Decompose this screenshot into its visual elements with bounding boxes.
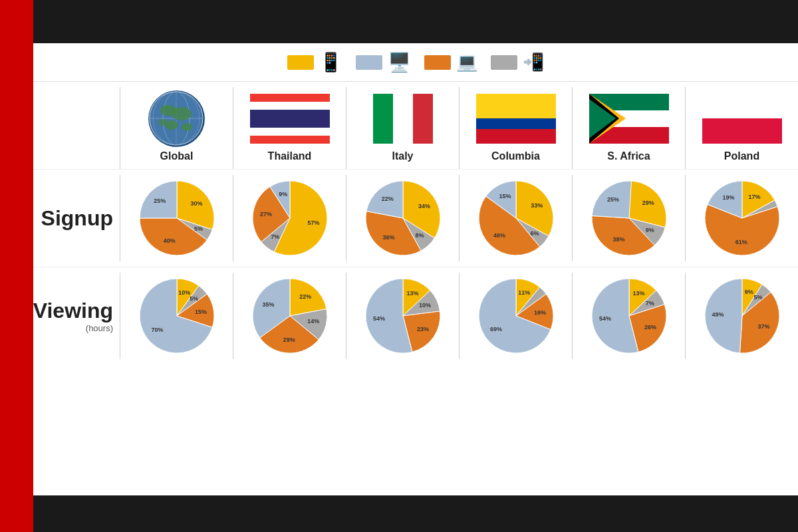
svg-text:15%: 15% — [194, 309, 206, 315]
svg-text:40%: 40% — [163, 237, 175, 244]
svg-rect-15 — [413, 94, 433, 144]
svg-text:9%: 9% — [279, 191, 287, 198]
svg-text:34%: 34% — [418, 203, 430, 209]
svg-rect-27 — [702, 118, 782, 144]
svg-text:13%: 13% — [406, 290, 418, 297]
svg-text:37%: 37% — [757, 323, 769, 330]
svg-text:38%: 38% — [612, 236, 624, 243]
flag-columbia — [473, 90, 559, 147]
svg-rect-14 — [393, 94, 413, 144]
country-name-thailand: Thailand — [268, 150, 312, 162]
country-name-global: Global — [160, 150, 194, 162]
top-bar — [0, 0, 798, 43]
row-label-viewing: Viewing (hours) — [33, 299, 120, 333]
country-name-italy: Italy — [392, 150, 413, 162]
tv-icon: 🖥️ — [388, 51, 411, 73]
flag-poland — [699, 90, 785, 147]
svg-text:19%: 19% — [722, 194, 734, 201]
svg-text:49%: 49% — [712, 311, 724, 318]
legend-laptop: 💻 — [424, 52, 477, 72]
legend-mobile: 📱 — [287, 51, 342, 73]
row-label-signup: Signup — [33, 206, 120, 231]
laptop-icon: 💻 — [456, 52, 477, 72]
svg-text:7%: 7% — [271, 233, 279, 240]
svg-text:10%: 10% — [418, 302, 430, 309]
svg-text:25%: 25% — [606, 196, 618, 203]
chart-col-3: 33%6%46%15% — [459, 175, 572, 261]
svg-text:10%: 10% — [178, 289, 190, 296]
chart-col-4: 13%7%26%54% — [572, 273, 685, 359]
flag-thailand — [247, 90, 333, 147]
svg-text:35%: 35% — [262, 301, 274, 308]
svg-point-9 — [158, 119, 168, 126]
chart-col-4: 29%9%38%25% — [572, 175, 685, 261]
svg-text:26%: 26% — [644, 324, 656, 331]
chart-col-0: 10%5%15%70% — [120, 273, 233, 359]
legend-tablet: 📲 — [491, 52, 544, 72]
slide: 📱 🖥️ 💻 📲 — [0, 0, 798, 532]
country-poland: Poland — [685, 87, 798, 169]
svg-text:17%: 17% — [748, 194, 760, 200]
content-area: 📱 🖥️ 💻 📲 — [33, 43, 798, 495]
svg-text:13%: 13% — [632, 290, 644, 297]
flag-global — [134, 90, 220, 147]
svg-text:61%: 61% — [735, 239, 747, 245]
svg-text:29%: 29% — [642, 200, 654, 206]
row-sub-label: (hours) — [86, 323, 113, 333]
chart-col-3: 11%16%69% — [459, 273, 572, 359]
svg-text:9%: 9% — [744, 289, 753, 295]
italy-flag-svg — [373, 94, 433, 144]
country-safrica: S. Africa — [572, 87, 685, 169]
svg-text:5%: 5% — [194, 225, 202, 232]
chart-col-5: 9%5%37%49% — [685, 273, 798, 359]
svg-text:33%: 33% — [531, 202, 543, 209]
legend: 📱 🖥️ 💻 📲 — [33, 43, 798, 82]
chart-col-1: 57%7%27%9% — [233, 175, 346, 261]
svg-text:29%: 29% — [283, 336, 295, 343]
poland-flag-svg — [702, 94, 782, 144]
chart-col-1: 22%14%29%35% — [233, 273, 346, 359]
chart-col-5: 17%61%19% — [685, 175, 798, 261]
country-italy: Italy — [346, 87, 459, 169]
country-name-columbia: Columbia — [491, 150, 540, 162]
tv-color — [356, 55, 382, 70]
data-rows: Signup 30%5%40%25%57%7%27%9%34%8%36%22%3… — [33, 169, 798, 364]
svg-text:25%: 25% — [154, 198, 166, 204]
svg-text:22%: 22% — [381, 196, 393, 202]
row-viewing: Viewing (hours)10%5%15%70%22%14%29%35%13… — [33, 267, 798, 364]
legend-tv: 🖥️ — [356, 51, 411, 73]
laptop-color — [424, 55, 451, 70]
columbia-flag-svg — [476, 94, 556, 144]
svg-text:5%: 5% — [190, 295, 198, 302]
row-main-label: Viewing — [33, 299, 113, 323]
chart-col-2: 13%10%23%54% — [346, 273, 459, 359]
flag-safrica — [586, 90, 672, 147]
tablet-color — [491, 55, 517, 70]
svg-rect-13 — [373, 94, 393, 144]
country-name-poland: Poland — [724, 150, 759, 162]
svg-text:16%: 16% — [534, 309, 546, 316]
safrica-flag-svg — [589, 94, 669, 144]
svg-text:14%: 14% — [307, 318, 319, 325]
country-columbia: Columbia — [459, 87, 572, 169]
svg-text:7%: 7% — [645, 300, 654, 307]
svg-text:5%: 5% — [753, 294, 762, 301]
left-bar — [0, 0, 33, 532]
globe-icon — [148, 90, 205, 147]
svg-rect-12 — [250, 110, 330, 128]
tablet-icon: 📲 — [523, 52, 544, 72]
svg-text:23%: 23% — [417, 326, 429, 332]
mobile-icon: 📱 — [319, 51, 342, 73]
svg-text:22%: 22% — [299, 293, 311, 300]
svg-text:9%: 9% — [645, 227, 654, 233]
country-thailand: Thailand — [233, 87, 346, 169]
mobile-color — [287, 55, 314, 70]
svg-text:8%: 8% — [415, 232, 424, 239]
thailand-flag-svg — [250, 94, 330, 144]
svg-rect-18 — [476, 129, 556, 144]
svg-text:70%: 70% — [151, 327, 163, 333]
svg-point-6 — [172, 107, 192, 120]
svg-text:15%: 15% — [499, 193, 511, 200]
svg-text:6%: 6% — [530, 230, 539, 237]
row-signup: Signup 30%5%40%25%57%7%27%9%34%8%36%22%3… — [33, 169, 798, 267]
